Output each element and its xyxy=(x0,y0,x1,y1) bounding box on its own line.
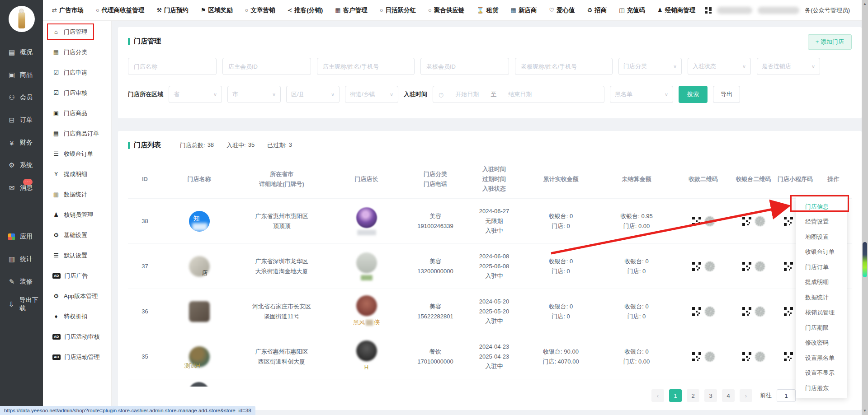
payment-qr-stamp-icon[interactable] xyxy=(705,352,715,362)
payment-qr-stamp-icon[interactable] xyxy=(705,307,715,317)
sidebar-item-overview[interactable]: ▤概况 xyxy=(0,41,43,64)
submenu-activity-mgmt[interactable]: AD门店活动管理 xyxy=(43,347,111,367)
menu-set-blacklist[interactable]: 设置黑名单 xyxy=(796,350,847,366)
menu-map-settings[interactable]: 地图设置 xyxy=(796,229,847,245)
avatar[interactable] xyxy=(9,6,35,32)
topnav-investment[interactable]: ♻招商 xyxy=(587,6,607,14)
payment-qr-icon[interactable] xyxy=(692,217,701,226)
submenu-store-manage[interactable]: ⌂门店管理 xyxy=(43,22,111,42)
submenu-basic-settings[interactable]: ⚙基础设置 xyxy=(43,225,111,245)
sidebar-item-orders[interactable]: ⊟订单 xyxy=(0,109,43,131)
add-store-button[interactable]: + 添加门店 xyxy=(808,34,852,50)
submenu-store-category[interactable]: ▦门店分类 xyxy=(43,42,111,62)
topbar-user-area[interactable]: 务(公众号管理员) xyxy=(705,6,868,14)
next-page-button[interactable]: › xyxy=(740,389,752,402)
scroll-up-arrow[interactable]: ▲ xyxy=(862,1,868,7)
topnav-supply-chain[interactable]: ○聚合供应链 xyxy=(428,6,464,14)
menu-cashier-orders[interactable]: 收银台订单 xyxy=(796,245,847,260)
submenu-app-version[interactable]: ⚙App版本管理 xyxy=(43,286,111,306)
submenu-store-audit[interactable]: ☑门店审核 xyxy=(43,83,111,103)
topnav-rental[interactable]: ⌛租赁 xyxy=(476,6,498,14)
date-range-picker[interactable]: 开始日期 至 结束日期 xyxy=(433,86,604,103)
menu-change-password[interactable]: 修改密码 xyxy=(796,336,847,351)
topnav-distribution[interactable]: ≺推客(分销) xyxy=(287,6,323,14)
topnav-customer-mgmt[interactable]: ▦客户管理 xyxy=(335,6,367,14)
start-date-placeholder[interactable]: 开始日期 xyxy=(455,90,479,98)
miniapp-qr-icon[interactable] xyxy=(784,217,793,226)
city-select[interactable]: 市 xyxy=(227,86,281,103)
store-category-select[interactable]: 门店分类 xyxy=(618,58,682,75)
sidebar-item-members[interactable]: ⚇会员 xyxy=(0,86,43,109)
menu-store-orders[interactable]: 门店订单 xyxy=(796,260,847,275)
sidebar-item-statistics[interactable]: ▥统计 xyxy=(0,248,43,270)
payment-qr-stamp-icon[interactable] xyxy=(705,261,715,271)
payment-qr-icon[interactable] xyxy=(692,307,701,316)
apps-grid-icon[interactable] xyxy=(705,7,712,14)
sidebar-item-finance[interactable]: ¥财务 xyxy=(0,131,43,154)
menu-store-shareholders[interactable]: 门店股东 xyxy=(796,381,847,396)
cashier-qr-stamp-icon[interactable] xyxy=(755,216,765,226)
payment-qr-stamp-icon[interactable] xyxy=(705,216,715,226)
browser-scrollbar[interactable]: ▲ ▼ xyxy=(862,0,868,415)
topnav-agent-revenue[interactable]: ○代理商收益管理 xyxy=(96,6,144,14)
export-button[interactable]: 导出 xyxy=(713,86,740,103)
scroll-down-arrow[interactable]: ▼ xyxy=(862,408,868,414)
entry-status-select[interactable]: 入驻状态 xyxy=(688,58,751,75)
submenu-store-apply[interactable]: ☑门店申请 xyxy=(43,62,111,83)
submenu-data-stats[interactable]: ▥数据统计 xyxy=(43,184,111,205)
miniapp-qr-icon[interactable] xyxy=(784,307,793,316)
submenu-commission-detail[interactable]: ¥提成明细 xyxy=(43,164,111,184)
topnav-region-reward[interactable]: ⚑区域奖励 xyxy=(201,6,233,14)
submenu-activity-audit[interactable]: AD门店活动审核 xyxy=(43,326,111,347)
sidebar-item-system[interactable]: ⚙系统 xyxy=(0,154,43,177)
topnav-ad-market[interactable]: ⇄广告市场 xyxy=(52,6,84,14)
cashier-qr-icon[interactable] xyxy=(742,262,751,271)
submenu-store-ads[interactable]: AD门店广告 xyxy=(43,266,111,286)
street-select[interactable]: 街道/乡镇 xyxy=(345,86,398,103)
submenu-cashier-orders[interactable]: ☰收银台订单 xyxy=(43,144,111,164)
sidebar-item-goods[interactable]: ▣商品 xyxy=(0,64,43,86)
menu-store-term[interactable]: 门店期限 xyxy=(796,320,847,336)
payment-qr-icon[interactable] xyxy=(692,352,701,361)
submenu-store-goods-orders[interactable]: ▤门店商品订单 xyxy=(43,123,111,144)
topnav-new-store[interactable]: ▦新店商 xyxy=(511,6,537,14)
miniapp-qr-icon[interactable] xyxy=(784,262,793,271)
cashier-qr-stamp-icon[interactable] xyxy=(755,352,765,362)
cashier-qr-stamp-icon[interactable] xyxy=(755,307,765,317)
sidebar-item-export-download[interactable]: ⇩导出下载 xyxy=(0,293,43,316)
owner-nickname-input[interactable] xyxy=(317,58,415,75)
topnav-recharge-code[interactable]: ◫充值码 xyxy=(619,6,645,14)
search-button[interactable]: 搜索 xyxy=(679,86,708,103)
topnav-store-booking[interactable]: ⚒门店预约 xyxy=(156,6,189,14)
cashier-qr-icon[interactable] xyxy=(742,307,751,316)
owner-member-id-input[interactable] xyxy=(222,58,311,75)
jump-to-page-input[interactable] xyxy=(777,389,796,402)
prev-page-button[interactable]: ‹ xyxy=(651,389,664,402)
store-name-input[interactable] xyxy=(128,58,217,75)
blacklist-select[interactable]: 黑名单 xyxy=(610,86,673,103)
sidebar-item-messages[interactable]: ✉消息··· xyxy=(0,177,43,199)
miniapp-qr-icon[interactable] xyxy=(784,352,793,361)
topnav-love-value[interactable]: ♡爱心值 xyxy=(549,6,575,14)
boss-nickname-input[interactable] xyxy=(515,58,613,75)
menu-set-hidden[interactable]: 设置不显示 xyxy=(796,366,847,381)
submenu-privilege-discount[interactable]: ♦特权折扣 xyxy=(43,306,111,326)
submenu-default-settings[interactable]: ☰默认设置 xyxy=(43,245,111,266)
topnav-article-marketing[interactable]: ○文章营销 xyxy=(245,6,275,14)
boss-member-id-input[interactable] xyxy=(420,58,509,75)
end-date-placeholder[interactable]: 结束日期 xyxy=(508,90,532,98)
topnav-dealer-mgmt[interactable]: ♟经销商管理 xyxy=(657,6,695,14)
cashier-qr-icon[interactable] xyxy=(742,352,751,361)
topnav-daily-dividend[interactable]: ○日活跃分红 xyxy=(380,6,416,14)
menu-verifier-mgmt[interactable]: 核销员管理 xyxy=(796,305,847,321)
menu-store-info[interactable]: 门店信息 xyxy=(796,199,847,214)
chain-store-select[interactable]: 是否连锁店 xyxy=(757,58,820,75)
menu-operation-settings[interactable]: 经营设置 xyxy=(796,214,847,230)
sidebar-item-apps[interactable]: 应用 xyxy=(0,225,43,248)
scrollbar-thumb[interactable] xyxy=(863,242,867,277)
menu-data-stats[interactable]: 数据统计 xyxy=(796,290,847,305)
district-select[interactable]: 区/县 xyxy=(286,86,340,103)
page-button-2[interactable]: 2 xyxy=(687,389,699,402)
payment-qr-icon[interactable] xyxy=(692,262,701,271)
page-button-1[interactable]: 1 xyxy=(669,389,682,402)
